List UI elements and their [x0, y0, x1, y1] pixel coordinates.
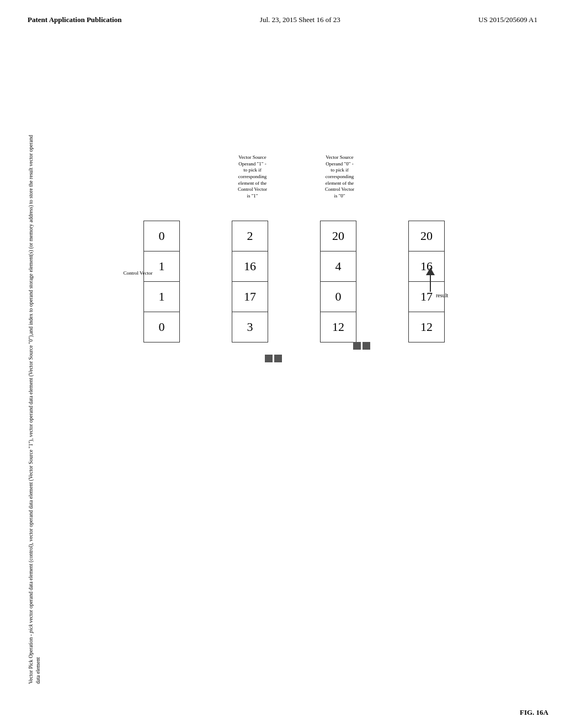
- source1-vector-cell: 17: [232, 282, 268, 312]
- control-vector-table: 0110: [143, 221, 180, 342]
- source0-vector-cell: 4: [321, 251, 356, 282]
- sheet-info: Jul. 23, 2015 Sheet 16 of 23: [260, 15, 340, 24]
- page-header: Patent Application Publication Jul. 23, …: [0, 0, 565, 24]
- source0-vector-cell: 12: [321, 312, 356, 342]
- pick-square: [274, 355, 282, 362]
- control-vector-cell: 0: [144, 312, 180, 342]
- result-vector-cell: 20: [409, 221, 445, 251]
- source0-vector-cell: 0: [321, 282, 356, 312]
- result-vector-cell: 12: [409, 312, 445, 342]
- diagram-area: Control Vector Vector SourceOperand "1" …: [116, 94, 526, 629]
- result-arrow: [426, 267, 435, 292]
- pick-square: [265, 355, 273, 362]
- main-content: Vector Pick Operation - pick vector oper…: [28, 66, 537, 684]
- pick-icon-2: [353, 342, 370, 350]
- control-vector-cell: 0: [144, 221, 180, 251]
- source1-vector-cell: 2: [232, 221, 268, 251]
- source0-vector-cell: 20: [321, 221, 356, 251]
- desc-line1: Vector Pick Operation - pick vector oper…: [28, 135, 41, 684]
- source1-vector-cell: 16: [232, 251, 268, 282]
- pick-square: [363, 342, 370, 350]
- source1-vector-table: 216173: [232, 221, 268, 342]
- control-vector-cell: 1: [144, 282, 180, 312]
- arrow-up-icon: [426, 267, 435, 275]
- patent-number: US 2015/205609 A1: [478, 15, 537, 24]
- control-vector-cell: 1: [144, 251, 180, 282]
- figure-label: FIG. 16A: [520, 708, 548, 717]
- source1-vector-cell: 3: [232, 312, 268, 342]
- source1-label: Vector SourceOperand "1" -to pick ifcorr…: [226, 154, 279, 200]
- publication-label: Patent Application Publication: [28, 15, 121, 24]
- result-label: result: [436, 292, 448, 298]
- arrow-shaft: [430, 275, 431, 292]
- pick-icon-1: [265, 355, 282, 362]
- pick-square: [353, 342, 361, 350]
- source0-label: Vector SourceOperand "0" -to pick ifcorr…: [313, 154, 366, 200]
- source0-vector-table: 204012: [320, 221, 356, 342]
